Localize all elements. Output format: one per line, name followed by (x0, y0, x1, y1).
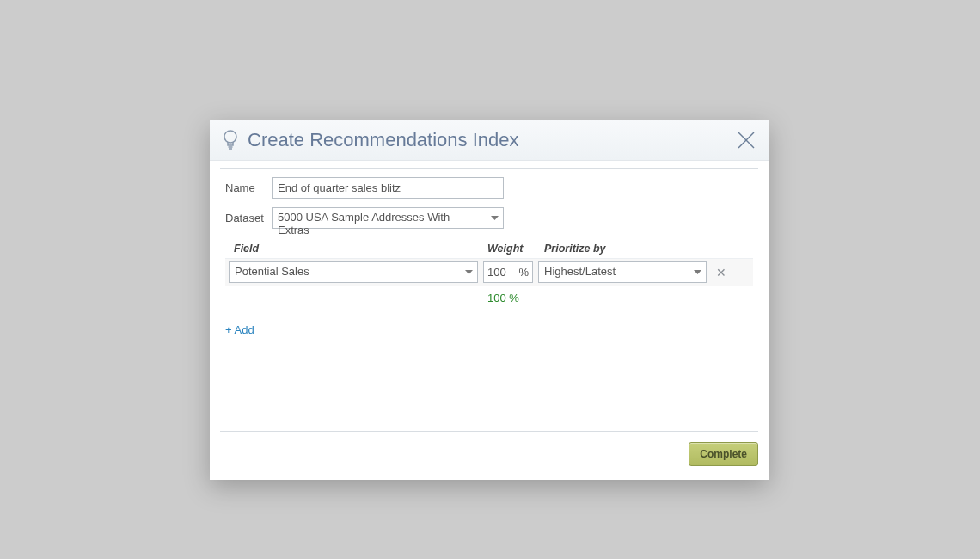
dataset-select[interactable]: 5000 USA Sample Addresses With Extras (272, 207, 504, 229)
dataset-label: Dataset (225, 212, 272, 224)
dataset-select-value: 5000 USA Sample Addresses With Extras (272, 207, 504, 229)
name-input[interactable] (272, 177, 504, 199)
weight-value: 100 (487, 266, 518, 279)
prioritize-select-value: Highest/Latest (538, 261, 707, 283)
complete-button[interactable]: Complete (689, 442, 758, 466)
column-headers: Field Weight Prioritize by (225, 237, 753, 258)
close-button[interactable] (736, 130, 756, 150)
svg-point-0 (224, 131, 236, 143)
column-field-header: Field (234, 243, 487, 255)
close-icon: ✕ (716, 266, 726, 280)
weight-total-row: 100 % (225, 286, 753, 304)
field-row: Potential Sales 100 % Highest/Latest ✕ (225, 258, 753, 286)
name-label: Name (225, 181, 272, 194)
create-recommendations-index-dialog: Create Recommendations Index Name Datase… (210, 120, 769, 480)
dataset-row: Dataset 5000 USA Sample Addresses With E… (225, 207, 753, 229)
column-prioritize-header: Prioritize by (544, 243, 751, 255)
add-row-link[interactable]: + Add (225, 323, 254, 336)
dialog-footer: Complete (210, 432, 769, 480)
remove-row-button[interactable]: ✕ (712, 266, 731, 280)
field-select-value: Potential Sales (229, 261, 478, 283)
weight-unit: % (518, 266, 529, 279)
dialog-header: Create Recommendations Index (210, 120, 769, 161)
column-weight-header: Weight (487, 243, 544, 255)
dialog-title: Create Recommendations Index (248, 129, 736, 151)
weight-total: 100 % (487, 286, 519, 304)
field-select[interactable]: Potential Sales (229, 261, 478, 283)
lightbulb-icon (222, 129, 239, 151)
prioritize-select[interactable]: Highest/Latest (538, 261, 707, 283)
name-row: Name (225, 177, 753, 199)
dialog-body: Name Dataset 5000 USA Sample Addresses W… (220, 168, 758, 432)
weight-input[interactable]: 100 % (483, 261, 533, 283)
